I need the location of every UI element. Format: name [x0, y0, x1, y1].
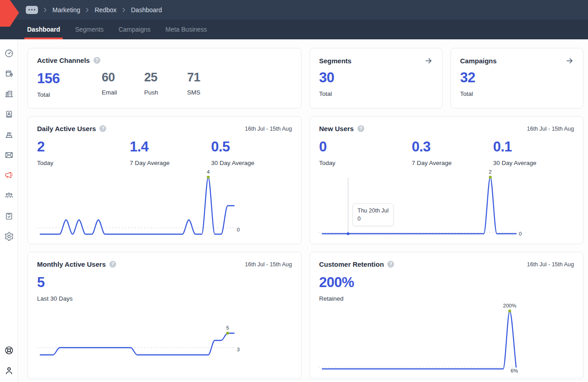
people-group-icon	[4, 191, 14, 201]
stat-value: 0	[319, 139, 412, 155]
dashboard-content: Active Channels ? 156Total 60Email 25Pus…	[18, 39, 588, 382]
gauge-icon	[4, 48, 14, 58]
top-navbar: Marketing Redbox Dashboard	[0, 0, 588, 19]
breadcrumb-menu-button[interactable]	[26, 6, 38, 14]
stat-value: 1.4	[130, 139, 211, 155]
card-title: Active Channels	[37, 57, 90, 64]
tab-segments[interactable]: Segments	[74, 19, 105, 39]
card-customer-retention: Customer Retention ? 16th Jul - 15th Aug…	[310, 252, 583, 379]
sidebar-item-tasks[interactable]	[3, 210, 15, 222]
svg-text:200%: 200%	[503, 304, 516, 308]
sidebar-item-store[interactable]	[3, 68, 15, 80]
tab-campaigns[interactable]: Campaigns	[117, 19, 152, 39]
segments-link-button[interactable]	[424, 57, 433, 65]
arrow-right-icon	[565, 57, 574, 65]
help-icon[interactable]: ?	[109, 261, 116, 268]
customer-retention-chart[interactable]: 200%6%	[310, 304, 584, 376]
card-campaigns: Campaigns 32 Total	[451, 48, 583, 108]
sidebar-item-audience[interactable]	[3, 190, 15, 202]
svg-text:0: 0	[519, 231, 522, 236]
svg-text:5: 5	[226, 325, 229, 330]
lifebuoy-icon	[4, 345, 14, 355]
app-root: Marketing Redbox Dashboard Dashboard Seg…	[0, 0, 588, 382]
stat-value: 71	[187, 71, 200, 85]
stat-label: 7 Day Average	[412, 160, 493, 166]
chevron-right-icon	[43, 7, 47, 13]
stat-label: Total	[37, 91, 102, 98]
chevron-right-icon	[85, 7, 89, 13]
sidebar-item-account[interactable]	[3, 365, 15, 377]
help-icon[interactable]: ?	[94, 57, 100, 64]
tab-bar: Dashboard Segments Campaigns Meta Busine…	[0, 19, 588, 39]
storefront-pin-icon	[4, 69, 14, 79]
breadcrumb-item-redbox[interactable]: Redbox	[94, 6, 116, 14]
top-chrome: Marketing Redbox Dashboard Dashboard Seg…	[0, 0, 588, 39]
stat-label: Today	[37, 160, 130, 166]
clipboard-check-icon	[4, 211, 14, 221]
card-title: Monthly Active Users	[37, 260, 106, 268]
svg-text:3: 3	[237, 347, 240, 352]
stat-value: 156	[37, 71, 102, 87]
sidebar-item-messages[interactable]	[3, 149, 15, 161]
svg-text:2: 2	[489, 169, 492, 174]
sidebar-item-dashboard[interactable]	[3, 47, 15, 59]
card-title: Customer Retention	[319, 260, 384, 268]
arrow-right-icon	[424, 57, 433, 65]
envelope-icon	[4, 150, 14, 160]
card-monthly-active-users: Monthly Active Users ? 16th Jul - 15th A…	[28, 252, 301, 379]
card-new-users: New Users ? 16th Jul - 15th Aug 0Today 0…	[310, 116, 583, 244]
stat-value: 2	[37, 139, 130, 155]
stat-label: Email	[102, 89, 144, 96]
chevron-right-icon	[122, 7, 126, 13]
help-icon[interactable]: ?	[99, 125, 106, 132]
svg-text:4: 4	[207, 169, 210, 174]
stat-value: 60	[102, 71, 144, 85]
buildings-icon	[4, 89, 14, 99]
date-range-label: 16th Jul - 15th Aug	[245, 261, 292, 268]
sidebar-item-settings[interactable]	[3, 231, 15, 242]
monthly-active-users-chart[interactable]: 35	[28, 304, 302, 376]
sidebar-item-company[interactable]	[3, 88, 15, 100]
card-title: Campaigns	[460, 57, 497, 65]
card-daily-active-users: Daily Active Users ? 16th Jul - 15th Aug…	[28, 116, 301, 244]
card-title: Daily Active Users	[37, 125, 96, 132]
campaigns-link-button[interactable]	[565, 57, 574, 65]
stat-label: 30 Day Average	[211, 160, 254, 166]
megaphone-icon	[4, 170, 14, 180]
breadcrumb-item-marketing[interactable]: Marketing	[52, 6, 80, 14]
sidebar-item-contacts[interactable]	[3, 108, 15, 120]
daily-active-users-chart[interactable]: 04	[28, 169, 302, 241]
stat-value: 0.5	[211, 139, 254, 155]
tab-dashboard[interactable]: Dashboard	[26, 19, 61, 39]
receipt-contact-icon	[4, 109, 14, 119]
date-range-label: 16th Jul - 15th Aug	[245, 126, 292, 132]
stat-label: Push	[144, 89, 187, 96]
stat-value: 30	[319, 70, 334, 86]
card-title: New Users	[319, 125, 354, 132]
new-users-chart[interactable]: 02	[310, 169, 584, 241]
stat-label: Retained	[319, 295, 354, 302]
card-active-channels: Active Channels ? 156Total 60Email 25Pus…	[28, 48, 301, 108]
tooltip-value: 0	[358, 215, 389, 223]
sidebar-item-marketing[interactable]	[3, 170, 15, 181]
help-icon[interactable]: ?	[358, 125, 364, 132]
stat-value: 5	[37, 274, 73, 291]
tab-meta-business[interactable]: Meta Business	[164, 19, 208, 39]
tooltip-date: Thu 20th Jul	[358, 207, 389, 215]
cash-register-icon	[4, 130, 14, 140]
svg-text:0: 0	[237, 227, 240, 232]
sidebar-item-help[interactable]	[3, 344, 15, 356]
stat-value: 0.1	[493, 139, 536, 155]
person-icon	[4, 366, 14, 376]
card-title: Segments	[319, 57, 352, 65]
sidebar-item-commerce[interactable]	[3, 129, 15, 141]
breadcrumb-item-dashboard[interactable]: Dashboard	[131, 6, 162, 14]
stat-label: 30 Day Average	[493, 160, 536, 166]
sidebar	[0, 39, 18, 382]
help-icon[interactable]: ?	[387, 261, 394, 268]
gear-icon	[4, 231, 14, 241]
stat-label: Total	[319, 90, 334, 97]
stat-value: 200%	[319, 274, 354, 291]
date-range-label: 16th Jul - 15th Aug	[527, 261, 574, 268]
date-range-label: 16th Jul - 15th Aug	[527, 126, 574, 132]
